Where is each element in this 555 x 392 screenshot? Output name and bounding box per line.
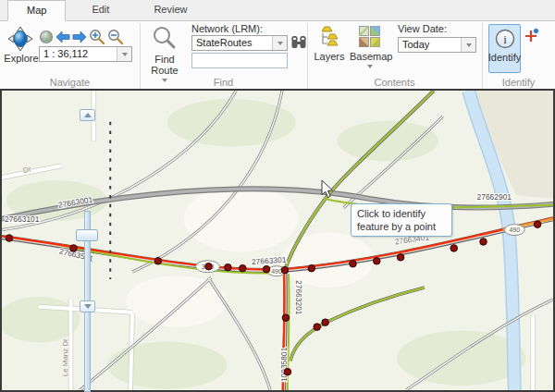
triangle-down-icon bbox=[84, 304, 92, 309]
explore-button-label: Explore bbox=[0, 53, 43, 64]
navigate-group-label: Navigate bbox=[0, 77, 140, 88]
calibration-point-marker[interactable] bbox=[281, 266, 289, 274]
tooltip-line1: Click to identify bbox=[357, 207, 446, 220]
ribbon: Map Edit Review Explore bbox=[0, 0, 555, 89]
network-lrm-value: StateRoutes bbox=[192, 36, 272, 50]
view-date-dropdown-button[interactable] bbox=[461, 38, 475, 52]
chevron-down-icon bbox=[367, 65, 373, 68]
forward-arrow-icon[interactable] bbox=[72, 31, 87, 43]
view-date-value: Today bbox=[399, 38, 461, 52]
calibration-point-marker[interactable] bbox=[350, 261, 357, 268]
calibration-point-marker[interactable] bbox=[6, 235, 13, 242]
layers-button[interactable]: Layers bbox=[313, 26, 346, 80]
calibration-point-marker[interactable] bbox=[282, 314, 290, 322]
ribbon-body: Explore bbox=[0, 21, 555, 89]
zoom-in-icon[interactable] bbox=[89, 29, 105, 45]
basemap-icon bbox=[359, 26, 380, 47]
app-window: Map Edit Review Explore bbox=[0, 0, 555, 392]
identify-group-label: Identify bbox=[482, 77, 555, 88]
svg-text:i: i bbox=[503, 32, 507, 46]
chevron-down-icon bbox=[122, 53, 128, 56]
calibration-point-marker[interactable] bbox=[205, 263, 213, 270]
calibration-point-marker[interactable] bbox=[314, 324, 321, 331]
view-date-label: View Date: bbox=[398, 23, 447, 34]
network-lrm-combobox[interactable]: StateRoutes bbox=[191, 35, 288, 51]
identify-info-icon: i bbox=[495, 29, 515, 49]
calibration-point-marker[interactable] bbox=[374, 258, 381, 265]
zoom-slider-down-button[interactable] bbox=[80, 300, 95, 312]
calibration-point-marker[interactable] bbox=[308, 264, 315, 272]
identify-button-label: Identify bbox=[488, 52, 521, 63]
zoom-slider-thumb[interactable] bbox=[76, 229, 98, 241]
zoom-out-icon[interactable] bbox=[107, 29, 124, 45]
tab-bar: Map Edit Review bbox=[0, 0, 555, 21]
identify-button[interactable]: i Identify bbox=[488, 24, 521, 73]
calibration-point-marker[interactable] bbox=[239, 264, 246, 272]
tab-review[interactable]: Review bbox=[135, 0, 205, 19]
scale-combobox[interactable]: 1 : 36,112 bbox=[39, 46, 132, 62]
route-label: 27663201 bbox=[294, 280, 303, 315]
calibration-point-marker[interactable] bbox=[70, 245, 78, 252]
svg-text:490: 490 bbox=[271, 268, 282, 275]
calibration-point-marker[interactable] bbox=[480, 239, 487, 246]
calibration-point-marker[interactable] bbox=[284, 368, 291, 375]
street-label: Le Manz Dr bbox=[61, 338, 69, 376]
calibration-point-marker[interactable] bbox=[263, 265, 270, 273]
find-route-button[interactable]: Find Route bbox=[146, 26, 183, 81]
map-viewport[interactable]: 490 3 90 490 27663001 27663101 27662901 … bbox=[0, 89, 555, 392]
scale-dropdown-button[interactable] bbox=[117, 47, 131, 61]
chevron-down-icon bbox=[278, 42, 283, 45]
route-label: 27662901 bbox=[477, 192, 512, 202]
basemap-button-label: Basemap bbox=[350, 51, 390, 62]
identify-route-characteristics-icon[interactable] bbox=[524, 28, 539, 43]
triangle-up-icon bbox=[84, 113, 92, 117]
globe-icon[interactable] bbox=[39, 30, 54, 44]
calibration-point-marker[interactable] bbox=[534, 221, 541, 228]
tooltip-line2: feature by a point bbox=[357, 220, 446, 233]
calibration-point-marker[interactable] bbox=[225, 263, 232, 271]
zoom-slider-up-button[interactable] bbox=[80, 109, 95, 121]
contents-group-label: Contents bbox=[307, 77, 482, 88]
network-dropdown-button[interactable] bbox=[272, 36, 287, 50]
explore-compass-icon bbox=[7, 27, 33, 52]
find-route-label-2: Route bbox=[146, 65, 183, 76]
find-group-label: Find bbox=[140, 77, 307, 88]
scale-value: 1 : 36,112 bbox=[40, 47, 117, 61]
route-label: 27663101 bbox=[5, 214, 40, 224]
find-route-magnifier-icon bbox=[153, 26, 177, 50]
binoculars-icon[interactable] bbox=[291, 36, 306, 49]
tab-map[interactable]: Map bbox=[7, 0, 66, 21]
route-label: 10035801 bbox=[279, 347, 289, 382]
identify-tooltip: Click to identify feature by a point bbox=[351, 203, 452, 237]
svg-text:490: 490 bbox=[509, 227, 520, 233]
find-route-label-1: Find bbox=[146, 54, 183, 65]
network-lrm-label: Network (LRM): bbox=[191, 23, 263, 34]
calibration-point-marker[interactable] bbox=[322, 319, 329, 326]
explore-button[interactable] bbox=[7, 27, 35, 53]
tab-edit[interactable]: Edit bbox=[73, 0, 128, 19]
calibration-point-marker[interactable] bbox=[397, 254, 404, 262]
calibration-point-marker[interactable] bbox=[154, 258, 162, 265]
back-arrow-icon[interactable] bbox=[56, 31, 70, 43]
mouse-cursor-icon bbox=[321, 180, 334, 199]
layers-button-label: Layers bbox=[313, 51, 346, 62]
route-input[interactable] bbox=[191, 53, 288, 68]
view-date-combobox[interactable]: Today bbox=[398, 37, 476, 53]
chevron-down-icon bbox=[466, 43, 472, 47]
layers-icon bbox=[318, 26, 340, 47]
calibration-point-marker[interactable] bbox=[450, 245, 458, 252]
